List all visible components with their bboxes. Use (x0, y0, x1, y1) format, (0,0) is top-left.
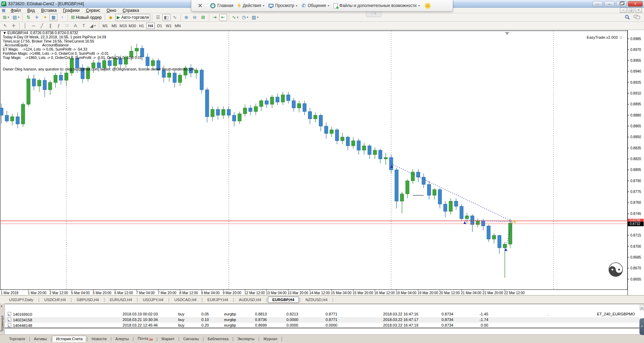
objects-tool[interactable]: ∷ (63, 22, 71, 29)
chat-icon[interactable] (634, 15, 641, 20)
overlay-item-actions[interactable]: Действия▾ (235, 3, 266, 8)
trendline-tool[interactable]: ╱ (38, 22, 46, 29)
market-watch-button[interactable]: ⇅ (24, 14, 32, 21)
sidebar-pull-tab[interactable]: « (639, 318, 644, 335)
overlay-item-home[interactable]: Главная (208, 3, 235, 8)
close-button[interactable]: × (628, 1, 643, 7)
cell: 0.8771 (300, 312, 339, 316)
menu-вставка[interactable]: Вставка (38, 8, 60, 13)
channel-tool[interactable]: ∥ (46, 22, 54, 29)
candle-body (292, 100, 295, 108)
terminal-tab-история-счета[interactable]: История Счета (52, 336, 86, 342)
menu-графики[interactable]: Графики (60, 8, 83, 13)
tile-windows-button[interactable]: ⊞ (199, 14, 207, 21)
terminal-tab-алерты[interactable]: Алерты (112, 336, 132, 342)
chart-tab-usdjpy[interactable]: USDJPY,Daily (5, 297, 38, 303)
timeframe-mn[interactable]: MN (174, 23, 182, 29)
periods-button[interactable]: ◷▾ (240, 14, 249, 21)
vertical-line-tool[interactable]: │ (21, 22, 29, 29)
bar-chart-button[interactable]: ☰ (154, 14, 162, 21)
session-close-icon[interactable]: ✕ (195, 2, 205, 9)
new-order-button[interactable]: ⊞Новый ордер (69, 14, 103, 21)
menu-файл[interactable]: Файл (7, 8, 24, 13)
timeframe-m15[interactable]: M15 (119, 23, 127, 29)
metaeditor-button[interactable]: ◆ (107, 14, 115, 21)
candle-body (400, 194, 404, 201)
timeframe-h4[interactable]: H4 (146, 23, 155, 29)
terminal-tab-библиотека[interactable]: Библиотека (204, 336, 232, 342)
overlay-item-view[interactable]: Просмотр▾ (266, 3, 300, 8)
child-restore-button[interactable]: ❏ (628, 8, 634, 13)
terminal-panel-button[interactable]: ▦ (50, 14, 57, 21)
overlay-item-files[interactable]: Файлы и дополнительные возможности▾ (331, 3, 422, 8)
shapes-tool[interactable]: ◢▾ (88, 22, 97, 29)
timeframe-m30[interactable]: M30 (128, 23, 137, 29)
dropdown-caret-icon: ▾ (8, 16, 9, 19)
horizontal-line-tool[interactable]: ─ (30, 22, 37, 29)
cell: 2018.03.22 16:47:16 (339, 312, 420, 316)
overlay-toggle-button[interactable]: ⇔ (592, 1, 603, 7)
line-chart-button[interactable]: ∿ (171, 14, 179, 21)
chart-tab-audusd[interactable]: AUDUSD,H4 (235, 297, 265, 303)
child-minimize-button[interactable]: – (620, 8, 627, 13)
child-close-button[interactable]: × (635, 8, 642, 13)
zoom-in-button[interactable]: ⊕ (183, 14, 190, 21)
zoom-out-button[interactable]: ⊖ (191, 14, 199, 21)
scroll-up-button[interactable]: ▲ (640, 305, 644, 310)
fibonacci-tool[interactable]: ƒ (55, 22, 63, 29)
timeframe-w1[interactable]: W1 (164, 23, 173, 29)
terminal-tab-эксперты[interactable]: Эксперты (234, 336, 258, 342)
timeframe-m5[interactable]: M5 (110, 23, 118, 29)
timeframe-d1[interactable]: D1 (155, 23, 164, 29)
indicators-button[interactable]: ∿▾ (231, 14, 240, 21)
label-tool[interactable]: T (80, 22, 88, 29)
table-row[interactable]: 1401699102018.03.19 00:02:03buy0.05eurgb… (5, 312, 640, 317)
chart-tab-eurusd[interactable]: EURUSD,H4 (105, 297, 136, 303)
chart-tab-usdcad[interactable]: USDCAD,H4 (170, 297, 201, 303)
terminal-tab-активы[interactable]: Активы (30, 336, 50, 342)
chart-tab-eurgbp[interactable]: EURGBP,H4 (268, 297, 299, 303)
menu-справка[interactable]: Справка (119, 8, 142, 13)
strategy-tester-button[interactable]: ◔ (58, 14, 66, 21)
terminal-close-icon[interactable]: x (1, 304, 2, 308)
overlay-item-communicate[interactable]: ✆Общение▾ (299, 2, 331, 9)
terminal-tab-маркет[interactable]: Маркет (158, 336, 178, 342)
templates-button[interactable]: ▨▾ (250, 14, 260, 21)
minimize-button[interactable]: – (604, 1, 615, 7)
terminal-tab-новости[interactable]: Новости (88, 336, 110, 342)
new-chart-button[interactable]: ⊞▾ (1, 14, 10, 21)
chart-tab-usdchf[interactable]: USDCHF,H4 (40, 297, 70, 303)
chart-shift-button[interactable]: ⇤ (219, 14, 227, 21)
feedback-smiley-icon[interactable]: ☺ (425, 3, 431, 9)
terminal-tab-сигналы[interactable]: Сигналы (180, 336, 203, 342)
data-window-button[interactable]: ✛ (33, 14, 41, 21)
chart-tab-gbpusd[interactable]: GBPUSD,H4 (72, 297, 103, 303)
terminal-tab-почта[interactable]: Почта 24 (134, 336, 156, 342)
auto-scroll-button[interactable]: ⇥ (211, 14, 219, 21)
chart-tab-eurjpy[interactable]: EURJPY,H4 (203, 297, 232, 303)
chart-panel[interactable]: 0.89850.89700.89550.89400.89250.89100.88… (0, 30, 644, 295)
terminal-tab-журнал[interactable]: Журнал (260, 336, 281, 342)
cursor-tool[interactable]: ↖ (1, 22, 9, 29)
chart-tab-usdjpy[interactable]: USDJPY,H4 (139, 297, 168, 303)
auto-trading-button[interactable]: ▶Авто-торговля (115, 14, 150, 21)
search-icon[interactable] (625, 15, 630, 20)
menu-вид[interactable]: Вид (24, 8, 38, 13)
price-axis-label: 0.8670 (630, 266, 641, 270)
overlay-collapse-handle[interactable]: ∷ ˄ (366, 12, 381, 17)
app-window: 3373820: EGlobal-Cent2 - [EURGBP,H4] ⇔ –… (0, 0, 644, 343)
candle-body (411, 172, 415, 181)
table-row[interactable]: 1402341582018.03.21 10:30:34buy0.10eurgb… (5, 317, 640, 323)
text-tool[interactable]: A (72, 22, 79, 29)
menu-окно[interactable]: Окно (103, 8, 119, 13)
navigator-button[interactable]: ✦ (41, 14, 49, 21)
timeframe-h1[interactable]: H1 (137, 23, 146, 29)
profiles-button[interactable]: ▤▾ (11, 14, 21, 21)
timeframe-m1[interactable]: M1 (101, 23, 109, 29)
candlestick-chart-button[interactable]: ▮▯ (162, 14, 170, 21)
restore-button[interactable] (616, 1, 627, 7)
menu-сервис[interactable]: Сервис (83, 8, 103, 13)
crosshair-tool[interactable]: ✛ (10, 22, 17, 29)
terminal-tab-торговля[interactable]: Торговля (6, 336, 29, 342)
chart-tab-nzdusd[interactable]: NZDUSD,H4 (301, 297, 332, 303)
